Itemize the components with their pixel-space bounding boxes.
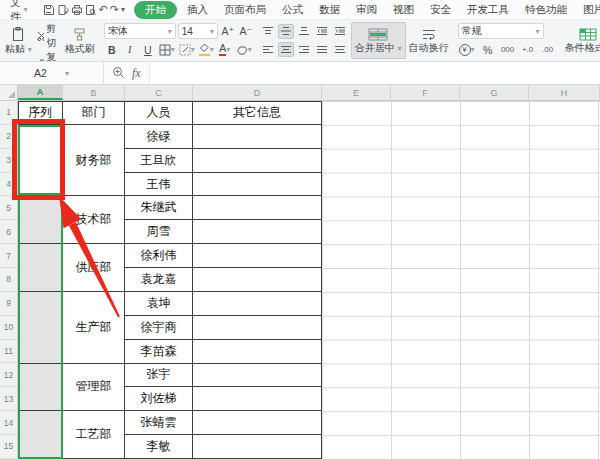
align-bottom-button[interactable] <box>296 24 312 39</box>
format-painter-button[interactable]: 格式刷 <box>62 22 98 59</box>
row-header-8[interactable]: 8 <box>0 268 18 292</box>
row-header-10[interactable]: 10 <box>0 316 18 340</box>
row-header-11[interactable]: 11 <box>0 340 18 364</box>
row-header-15[interactable]: 15 <box>0 435 18 459</box>
redo-icon[interactable]: ↷ <box>110 2 119 18</box>
justify-button[interactable] <box>314 42 330 57</box>
cell-person[interactable]: 李苗森 <box>125 340 193 364</box>
row-header-12[interactable]: 12 <box>0 363 18 387</box>
column-header-c[interactable]: C <box>125 85 193 100</box>
merge-center-button[interactable]: 合并居中 ▾ <box>351 22 406 59</box>
increase-decimal-button[interactable]: +.0 <box>520 42 536 57</box>
cell-other-empty[interactable] <box>193 364 322 388</box>
row-header-13[interactable]: 13 <box>0 387 18 411</box>
column-header-b[interactable]: B <box>63 85 125 100</box>
paste-button[interactable]: 粘贴 ▾ <box>2 22 35 59</box>
wrap-text-button[interactable]: 自动换行 <box>406 22 452 59</box>
cell-d1-other-header[interactable]: 其它信息 <box>193 101 322 125</box>
eraser-button[interactable]: ▾ <box>235 42 253 57</box>
column-header-a[interactable]: A <box>18 85 63 100</box>
tab-formulas[interactable]: 公式 <box>274 1 311 19</box>
cell-person[interactable]: 张宇 <box>125 364 193 388</box>
row-header-2[interactable]: 2 <box>0 125 18 149</box>
decrease-indent-button[interactable] <box>314 24 330 39</box>
align-middle-button[interactable] <box>278 24 294 39</box>
cell-other-empty[interactable] <box>193 220 322 244</box>
cell-person[interactable]: 王旦欣 <box>125 149 193 173</box>
cell-person[interactable]: 周雪 <box>125 220 193 244</box>
number-format-select[interactable]: 常规▾ <box>458 23 544 39</box>
column-header-f[interactable]: F <box>391 85 460 100</box>
align-right-button[interactable] <box>296 42 312 57</box>
fx-icon[interactable]: fx <box>132 66 141 81</box>
distribute-button[interactable] <box>332 42 348 57</box>
font-size-select[interactable]: 14▾ <box>178 23 218 39</box>
cell-other-empty[interactable] <box>193 387 322 411</box>
select-all-corner[interactable] <box>0 85 18 101</box>
align-center-button[interactable] <box>278 42 294 57</box>
cell-department[interactable]: 技术部 <box>63 196 125 244</box>
tab-insert[interactable]: 插入 <box>179 1 216 19</box>
row-header-1[interactable]: 1 <box>0 101 18 125</box>
cut-button[interactable]: 剪切 <box>35 22 62 50</box>
tab-picture-tools[interactable]: 图片工具 <box>575 1 600 19</box>
cell-other-empty[interactable] <box>193 316 322 340</box>
zoom-formula-icon[interactable] <box>112 66 126 80</box>
increase-indent-button[interactable] <box>332 24 348 39</box>
customize-toolbar-icon[interactable]: ▾ <box>121 2 125 18</box>
cell-other-empty[interactable] <box>193 340 322 364</box>
cell-b1-department-header[interactable]: 部门 <box>63 101 125 125</box>
cell-other-empty[interactable] <box>193 149 322 173</box>
cell-person[interactable]: 张蜻雲 <box>125 411 193 435</box>
cell-serial-empty[interactable] <box>18 292 63 364</box>
currency-format-button[interactable]: ¥▾ <box>458 42 476 57</box>
print-preview-icon[interactable] <box>85 2 97 18</box>
cell-other-empty[interactable] <box>193 435 322 459</box>
row-header-4[interactable]: 4 <box>0 173 18 197</box>
cell-department[interactable]: 财务部 <box>63 125 125 197</box>
tab-special-features[interactable]: 特色功能 <box>517 1 575 19</box>
tab-home[interactable]: 开始 <box>134 1 177 19</box>
thousand-separator-button[interactable]: 000 <box>500 42 516 57</box>
print-icon[interactable] <box>71 2 83 18</box>
undo-icon[interactable]: ↶ <box>99 2 108 18</box>
row-header-5[interactable]: 5 <box>0 196 18 220</box>
row-header-6[interactable]: 6 <box>0 220 18 244</box>
cell-serial-empty[interactable] <box>18 364 63 412</box>
cell-other-empty[interactable] <box>193 244 322 268</box>
copy-button[interactable]: 复制 <box>35 50 62 62</box>
cell-other-empty[interactable] <box>193 196 322 220</box>
tab-page-layout[interactable]: 页面布局 <box>216 1 274 19</box>
tab-dev-tools[interactable]: 开发工具 <box>459 1 517 19</box>
name-box[interactable]: A2 ▾ <box>0 62 104 84</box>
cell-other-empty[interactable] <box>193 268 322 292</box>
cell-other-empty[interactable] <box>193 411 322 435</box>
align-top-button[interactable] <box>260 24 276 39</box>
cell-department[interactable]: 管理部 <box>63 364 125 412</box>
save-icon[interactable] <box>43 2 55 18</box>
cell-a1-serial-header[interactable]: 序列 <box>18 101 63 125</box>
column-header-h[interactable]: H <box>529 85 600 100</box>
fill-color-button[interactable]: ▾ <box>198 42 215 57</box>
formula-input[interactable] <box>149 62 600 84</box>
tab-view[interactable]: 视图 <box>385 1 422 19</box>
column-header-e[interactable]: E <box>322 85 391 100</box>
selected-cell-a2-a4[interactable] <box>18 125 63 197</box>
italic-button[interactable]: I <box>122 42 138 57</box>
cell-person[interactable]: 徐利伟 <box>125 244 193 268</box>
font-color-button[interactable]: A▾ <box>217 42 233 57</box>
row-header-9[interactable]: 9 <box>0 292 18 316</box>
cell-department[interactable]: 生产部 <box>63 292 125 364</box>
cell-other-empty[interactable] <box>193 292 322 316</box>
cell-person[interactable]: 徐宇商 <box>125 316 193 340</box>
cell-serial-empty[interactable] <box>18 244 63 292</box>
decrease-decimal-button[interactable]: .00 <box>540 42 556 57</box>
align-left-button[interactable] <box>260 42 276 57</box>
cell-person[interactable]: 李敏 <box>125 435 193 459</box>
cell-person[interactable]: 刘佐梯 <box>125 387 193 411</box>
export-pdf-icon[interactable] <box>57 2 69 18</box>
row-header-7[interactable]: 7 <box>0 244 18 268</box>
cell-other-empty[interactable] <box>193 125 322 149</box>
cell-department[interactable]: 工艺部 <box>63 411 125 459</box>
cell-person[interactable]: 袁坤 <box>125 292 193 316</box>
